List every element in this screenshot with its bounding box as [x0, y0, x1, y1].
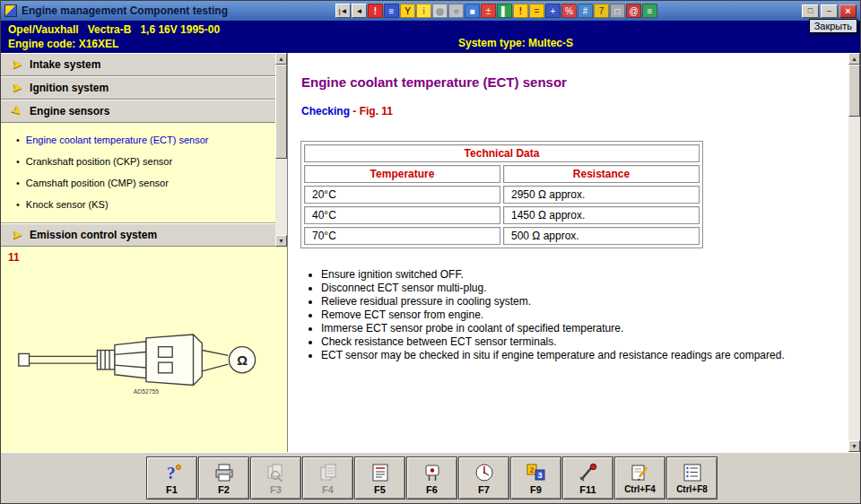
scroll-track[interactable] [275, 65, 287, 235]
f6-component-button[interactable]: F6 [406, 456, 457, 500]
gauge-icon[interactable]: @ [626, 4, 641, 18]
wrench-icon[interactable]: 7 [594, 4, 609, 18]
f2-print-button[interactable]: F2 [198, 456, 249, 500]
battery-icon[interactable]: ± [481, 4, 496, 18]
content-panel: Engine coolant temperature (ECT) sensor … [288, 53, 860, 452]
section-label: Engine sensors [30, 105, 109, 117]
bullet-icon: • [16, 178, 20, 188]
checking-label: Checking [301, 105, 350, 117]
section-arrow-icon: ➤ [13, 83, 22, 93]
spark-plug-icon[interactable]: Y [400, 4, 415, 18]
scroll-down-button[interactable]: ▼ [275, 235, 287, 247]
f1-help-button[interactable]: ? F1 [146, 456, 197, 500]
sidebar-item-cmp-sensor[interactable]: • Camshaft position (CMP) sensor [1, 172, 275, 194]
content-scrollbar: ▲ ▼ [848, 53, 860, 452]
step-item: Disconnect ECT sensor multi-plug. [321, 282, 848, 294]
step-item: Ensure ignition switched OFF. [321, 268, 848, 281]
vehicle-header: Opel/Vauxhall Vectra-B 1,6 16V 1995-00 E… [1, 21, 860, 53]
system-tree: ➤ Intake system ➤ Ignition system ➤ Engi… [1, 53, 275, 247]
system-type-label: System type: Multec-S [458, 37, 573, 49]
bullet-icon: • [16, 135, 20, 145]
scroll-down-button[interactable]: ▼ [848, 440, 860, 452]
title-bar: Engine management Component testing |◄ ◄… [1, 1, 860, 21]
manual-icon[interactable]: ▌ [497, 4, 512, 18]
close-button[interactable]: × [839, 4, 857, 18]
svg-text:2: 2 [529, 465, 534, 474]
warning-icon[interactable]: ! [368, 4, 383, 18]
table-title: Technical Data [304, 144, 700, 162]
window-restore-button[interactable]: □ [802, 4, 819, 18]
sidebar-section-emission-control[interactable]: ➤ Emission control system [1, 223, 275, 247]
figure-reference: - Fig. 11 [350, 105, 393, 117]
fuse-icon[interactable]: = [529, 4, 544, 18]
meter-icon[interactable]: % [561, 4, 577, 18]
technical-data-table: Technical Data Temperature Resistance 20… [300, 141, 703, 248]
function-key-toolbar: ? F1 F2 F3 [1, 452, 860, 503]
section-arrow-icon: ➤ [13, 59, 22, 70]
main-area: ➤ Intake system ➤ Ignition system ➤ Engi… [1, 53, 860, 452]
f9-values-button[interactable]: 2 3 F9 [510, 456, 561, 500]
wiring-diagram-icon[interactable]: ≡ [384, 4, 399, 18]
scroll-thumb[interactable] [848, 65, 860, 117]
bullet-icon: • [16, 156, 20, 167]
fkey-label: F11 [579, 484, 596, 495]
lamp-icon[interactable]: ! [513, 4, 528, 18]
ctrl-f4-notes-button[interactable]: Ctrl+F4 [614, 456, 665, 500]
checking-row: Checking - Fig. 11 [301, 105, 848, 117]
window-minimize-button[interactable]: – [821, 4, 838, 18]
resistance-value: 1450 Ω approx. [503, 206, 700, 224]
bullet-icon: • [16, 199, 20, 210]
sidebar-section-ignition-system[interactable]: ➤ Ignition system [1, 76, 275, 100]
fkey-label: F7 [478, 484, 490, 495]
scroll-up-button[interactable]: ▲ [848, 53, 860, 65]
fkey-label: F6 [426, 484, 438, 495]
bulb-icon[interactable]: i [416, 4, 431, 18]
ect-sensor-drawing: Ω AD52755 [13, 301, 275, 434]
step-item: Remove ECT sensor from engine. [321, 308, 848, 321]
service-list-icon[interactable]: ≡ [642, 4, 657, 18]
fkey-label: Ctrl+F4 [624, 484, 656, 494]
sidebar-item-ckp-sensor[interactable]: • Crankshaft position (CKP) sensor [1, 151, 275, 172]
f7-location-button[interactable]: F7 [458, 456, 509, 500]
svg-text:3: 3 [537, 471, 542, 480]
page-title: Engine coolant temperature (ECT) sensor [301, 74, 848, 90]
section-label: Ignition system [30, 82, 109, 94]
cd-icon[interactable]: ◎ [432, 4, 448, 18]
item-label: Knock sensor (KS) [26, 199, 109, 210]
fkey-label: Ctrl+F8 [676, 484, 708, 494]
temperature-value: 20°C [304, 186, 500, 204]
nav-first-icon[interactable]: |◄ [335, 4, 351, 18]
section-label: Intake system [30, 58, 100, 71]
sidebar-item-ect-sensor[interactable]: • Engine coolant temperature (ECT) senso… [1, 129, 275, 151]
ohm-symbol: Ω [237, 353, 248, 368]
scroll-up-button[interactable]: ▲ [275, 53, 287, 65]
pages-search-icon [265, 462, 288, 483]
step-item: Check resistance between ECT sensor term… [321, 335, 848, 348]
ctrl-f8-list-button[interactable]: Ctrl+F8 [666, 456, 718, 500]
sidebar: ➤ Intake system ➤ Ignition system ➤ Engi… [1, 53, 288, 452]
section-arrow-expanded-icon: ➤ [10, 104, 23, 118]
screen-icon[interactable]: ■ [465, 4, 480, 18]
sidebar-section-engine-sensors[interactable]: ➤ Engine sensors [1, 100, 275, 123]
chip-icon[interactable]: # [578, 4, 593, 18]
help-icon: ? [161, 462, 184, 483]
fkey-label: F3 [270, 484, 282, 495]
steering-wheel-icon[interactable]: ○ [448, 4, 464, 18]
tools-icon[interactable]: + [545, 4, 561, 18]
nav-back-icon[interactable]: ◄ [352, 4, 367, 18]
scroll-thumb[interactable] [275, 65, 287, 159]
column-header-resistance: Resistance [503, 165, 700, 183]
sidebar-item-knock-sensor[interactable]: • Knock sensor (KS) [1, 194, 275, 215]
f3-button[interactable]: F3 [250, 456, 301, 500]
sidebar-section-intake-system[interactable]: ➤ Intake system [1, 53, 275, 76]
figure-panel: 11 [1, 247, 287, 452]
drawing-code: AD52755 [133, 388, 159, 395]
f11-test-button[interactable]: F11 [562, 456, 613, 500]
engine-sensors-sublist: • Engine coolant temperature (ECT) senso… [1, 123, 275, 223]
column-header-temperature: Temperature [304, 165, 500, 183]
f5-technical-data-button[interactable]: F5 [354, 456, 405, 500]
scroll-track[interactable] [848, 65, 860, 440]
monitor-icon[interactable]: □ [610, 4, 625, 18]
numbers-icon: 2 3 [525, 462, 548, 483]
f4-button[interactable]: F4 [302, 456, 353, 500]
